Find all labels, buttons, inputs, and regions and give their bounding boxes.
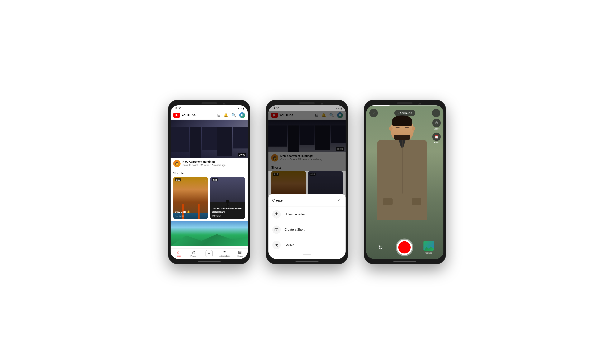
camera-close-btn[interactable]: ×: [369, 109, 378, 117]
short-views-1: 2.5 views: [175, 215, 184, 217]
video-duration-1: 10:00: [238, 153, 246, 156]
nav-subscriptions-label-1: Subscriptions: [219, 255, 230, 257]
video-thumb-1[interactable]: 10:00: [171, 120, 248, 158]
library-icon-1: ▤: [238, 250, 242, 255]
search-icon-1[interactable]: 🔍: [231, 113, 236, 117]
short-card-1[interactable]: 0:15 ⋮ Stay Gold 🤙 2.5 views: [173, 177, 208, 219]
video-details-1: NYC Apartment Hunting!! Coast to Coast •…: [182, 160, 239, 167]
short-more-1[interactable]: ⋮: [204, 178, 207, 182]
wifi-icon-1: ▾: [240, 107, 242, 110]
speed-meter-icon: ⏱: [435, 121, 438, 125]
upload-control[interactable]: Upload: [423, 241, 434, 254]
cast-icon-1[interactable]: ⊟: [217, 113, 221, 117]
flip-icon: ↻: [378, 244, 383, 251]
speed-label: Speed: [433, 128, 440, 130]
upload-thumb[interactable]: [423, 241, 434, 251]
record-inner: [398, 241, 411, 253]
phone-speaker-1: [201, 102, 217, 104]
phone-screen-3: × ♪ Add music ⏱ ⏱ Speed: [366, 105, 443, 259]
speed-btn[interactable]: ⏱: [432, 119, 441, 127]
modal-title-2: Create: [272, 198, 283, 203]
speed-control[interactable]: ⏱ Speed: [432, 119, 441, 130]
upload-label: Upload: [425, 252, 432, 254]
create-modal-2: Create × Upload a video: [268, 194, 346, 259]
phone-3: × ♪ Add music ⏱ ⏱ Speed: [363, 100, 446, 264]
camera-close-icon: ×: [372, 111, 375, 115]
nav-explore-1[interactable]: ◎ Explore: [186, 250, 201, 258]
short-title-2: Gliding into weekend like #longboard: [212, 207, 243, 214]
phone-screen-1: 12:30 ▲ ▾ ▮ YouTube ⊟ 🔔 🔍 U: [171, 105, 248, 259]
create-btn-1[interactable]: +: [206, 250, 213, 257]
nav-create-1[interactable]: +: [201, 250, 217, 258]
modal-handle: [303, 254, 311, 255]
go-live-label: Go live: [285, 243, 294, 247]
camera-screen-3: × ♪ Add music ⏱ ⏱ Speed: [366, 105, 443, 259]
yt-header-1: YouTube ⊟ 🔔 🔍 U: [171, 111, 248, 120]
video-meta-1: Coast to Coast • 3M views • 2 months ago: [182, 164, 239, 167]
subscriptions-icon-1: ≡: [223, 250, 226, 254]
shorts-row-1: 0:15 ⋮ Stay Gold 🤙 2.5 views: [171, 177, 248, 221]
avatar-1[interactable]: U: [239, 112, 245, 118]
phone-bottom-bar-1: [198, 261, 221, 262]
yt-logo-icon-1: [173, 113, 180, 118]
status-icons-1: ▲ ▾ ▮: [237, 107, 244, 110]
add-music-label: Add music: [400, 112, 412, 115]
short-views-2: 3M views: [212, 215, 221, 217]
explore-icon-1: ◎: [192, 250, 195, 255]
phone-bottom-bar-3: [393, 261, 416, 262]
nav-home-1[interactable]: ⌂ Home: [171, 250, 186, 258]
bell-icon-1[interactable]: 🔔: [223, 113, 228, 117]
nature-thumb-1[interactable]: [171, 221, 248, 246]
nav-subscriptions-1[interactable]: ≡ Subscriptions: [217, 250, 232, 258]
timer-icon: ⏰: [434, 135, 439, 139]
video-info-1: 👩 NYC Apartment Hunting!! Coast to Coast…: [171, 158, 248, 169]
svg-point-2: [276, 229, 277, 230]
channel-avatar-1: 👩: [173, 160, 181, 167]
short-card-2[interactable]: 0:28 ⋮ Gliding into weekend like #longbo…: [210, 177, 245, 219]
timer-btn[interactable]: ⏰: [432, 132, 441, 141]
phone-bottom-bar-2: [295, 261, 319, 262]
nav-library-label-1: Library: [237, 255, 243, 257]
phone-1: 12:30 ▲ ▾ ▮ YouTube ⊟ 🔔 🔍 U: [168, 100, 251, 264]
short-create-icon: [272, 225, 281, 234]
timer-control[interactable]: ⏰ Timer: [432, 132, 441, 144]
status-bar-1: 12:30 ▲ ▾ ▮: [171, 105, 248, 111]
camera-top-bar-3: × ♪ Add music ⏱: [366, 107, 443, 119]
music-note-icon: ♪: [397, 112, 399, 115]
modal-item-live[interactable]: Go live: [268, 237, 346, 253]
modal-header-2: Create ×: [268, 197, 346, 207]
upload-label: Upload a video: [285, 213, 305, 216]
phone-screen-2: 12:30 ▲ ▾ ▮ YouTube ⊟ 🔔 🔍 U: [268, 105, 346, 259]
camera-speed-btn[interactable]: ⏱: [432, 109, 440, 117]
camera-right-controls: ⏱ Speed ⏰ Timer: [432, 119, 441, 144]
record-btn[interactable]: [397, 240, 412, 255]
battery-icon-1: ▮: [243, 107, 244, 110]
nav-explore-label-1: Explore: [191, 255, 197, 257]
signal-icon-1: ▲: [237, 107, 239, 110]
camera-progress-bar: [366, 105, 443, 106]
modal-close-btn-2[interactable]: ×: [335, 197, 342, 203]
phone-speaker-2: [299, 102, 315, 104]
live-icon: [272, 241, 281, 249]
screen-content-1: 10:00 👩 NYC Apartment Hunting!! Coast to…: [171, 120, 248, 248]
flip-camera-btn[interactable]: ↻: [376, 243, 386, 252]
person-figure: [375, 117, 429, 241]
svg-rect-1: [275, 228, 278, 231]
add-music-btn[interactable]: ♪ Add music: [394, 110, 415, 116]
short-more-2[interactable]: ⋮: [240, 178, 243, 182]
home-icon-1: ⌂: [177, 250, 179, 254]
modal-item-upload[interactable]: Upload a video: [268, 207, 346, 222]
bottom-nav-1: ⌂ Home ◎ Explore + ≡ Subscriptions ▤ Lib…: [171, 248, 248, 259]
timer-label: Timer: [434, 141, 439, 144]
video-more-btn-1[interactable]: ⋮: [241, 160, 245, 165]
nav-library-1[interactable]: ▤ Library: [232, 250, 248, 258]
modal-item-short[interactable]: Create a Short: [268, 222, 346, 237]
camera-bottom-bar-3: ↻ Upload: [366, 240, 443, 255]
create-plus-icon-1: +: [208, 251, 210, 256]
yt-header-icons-1: ⊟ 🔔 🔍 U: [217, 112, 245, 118]
short-duration-1: 0:15: [175, 178, 181, 182]
create-short-label: Create a Short: [285, 228, 305, 232]
nav-home-label-1: Home: [176, 255, 181, 257]
shorts-header-1: Shorts: [171, 169, 248, 177]
status-time-1: 12:30: [174, 107, 181, 110]
